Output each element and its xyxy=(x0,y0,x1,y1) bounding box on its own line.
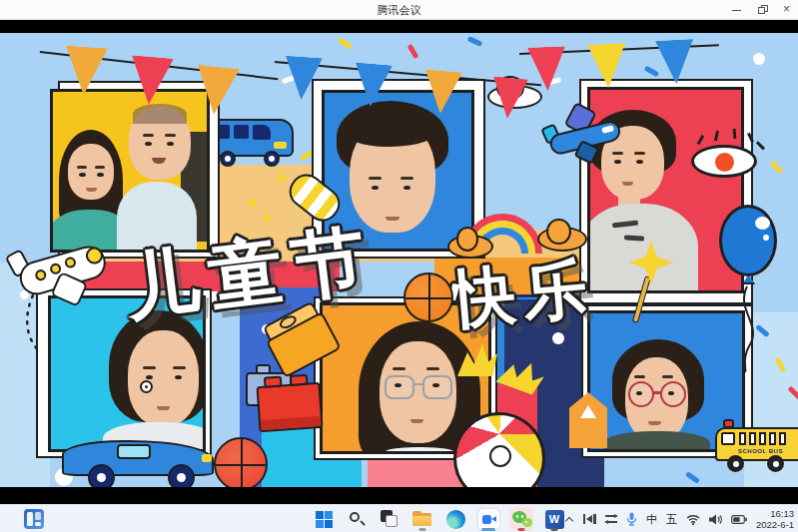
widgets-button[interactable] xyxy=(22,507,46,531)
widgets-icon xyxy=(24,509,44,529)
car-icon xyxy=(62,432,220,487)
task-view-icon xyxy=(381,510,399,528)
close-icon: × xyxy=(783,3,790,15)
search-icon xyxy=(348,510,366,528)
search-button[interactable] xyxy=(345,507,369,531)
tencent-meeting-icon xyxy=(478,509,499,530)
confetti-dash xyxy=(407,44,419,59)
close-button[interactable]: × xyxy=(783,4,795,16)
confetti-dash xyxy=(338,37,353,50)
confetti-dash xyxy=(644,66,659,78)
childrens-day-poster: 儿童节 快乐 SCHOOL BUS xyxy=(0,33,798,487)
confetti-dash xyxy=(685,471,700,484)
minimize-button[interactable] xyxy=(731,4,743,16)
wifi-icon[interactable] xyxy=(686,514,700,525)
minimize-icon xyxy=(732,10,741,11)
windows-start-icon xyxy=(316,511,333,528)
lego-block-icon xyxy=(256,382,323,432)
clock-time: 16:13 xyxy=(756,508,794,519)
eye-icon xyxy=(691,133,763,179)
volume-icon[interactable] xyxy=(709,514,722,525)
battery-icon[interactable] xyxy=(731,515,747,524)
notification-indicator xyxy=(518,528,525,531)
word-icon: W xyxy=(545,510,564,529)
task-view-button[interactable] xyxy=(378,507,401,531)
participant-hair xyxy=(133,104,187,124)
meeting-video-stage: 儿童节 快乐 SCHOOL BUS xyxy=(0,20,798,504)
basketball-icon xyxy=(214,437,268,487)
glasses-icon xyxy=(385,375,414,399)
taskbar-clock[interactable]: 16:13 2022-6-1 xyxy=(756,508,794,530)
meeting-tray-icon[interactable] xyxy=(583,513,596,525)
ime-language-indicator[interactable]: 中 xyxy=(646,512,657,527)
word-button[interactable]: W xyxy=(542,507,566,531)
restore-button[interactable] xyxy=(757,4,769,16)
running-indicator xyxy=(419,528,426,531)
running-indicator xyxy=(551,528,558,531)
wechat-button[interactable] xyxy=(509,507,533,531)
pinwheel-icon xyxy=(629,241,675,325)
file-explorer-button[interactable] xyxy=(410,507,434,531)
ime-method-indicator[interactable]: 五 xyxy=(666,512,677,527)
confetti-dash xyxy=(467,36,483,47)
headline-happy: 快乐 xyxy=(447,245,598,343)
windows-taskbar: W 中 五 xyxy=(0,504,798,532)
basketball-icon xyxy=(403,272,453,322)
window-titlebar: 腾讯会议 × xyxy=(0,0,798,20)
start-button[interactable] xyxy=(312,507,336,531)
wechat-icon xyxy=(511,509,532,529)
hidden-icons-chevron[interactable] xyxy=(565,515,574,524)
tencent-meeting-button[interactable] xyxy=(476,507,500,531)
glasses-icon xyxy=(422,375,452,399)
trail-target-dot xyxy=(140,380,153,393)
clock-date: 2022-6-1 xyxy=(756,519,794,530)
folder-icon xyxy=(412,511,432,528)
window-title: 腾讯会议 xyxy=(0,3,798,18)
school-bus-icon: SCHOOL BUS xyxy=(715,415,798,475)
active-indicator xyxy=(481,528,495,531)
balloon-icon xyxy=(719,205,779,374)
confetti-dash xyxy=(769,160,783,174)
microphone-icon[interactable] xyxy=(626,512,637,526)
network-activity-icon[interactable] xyxy=(605,513,617,525)
school-bus-label: SCHOOL BUS xyxy=(738,448,798,454)
bus-icon xyxy=(208,113,300,169)
edge-icon xyxy=(446,510,465,529)
dot-white xyxy=(753,53,765,65)
edge-button[interactable] xyxy=(443,507,467,531)
